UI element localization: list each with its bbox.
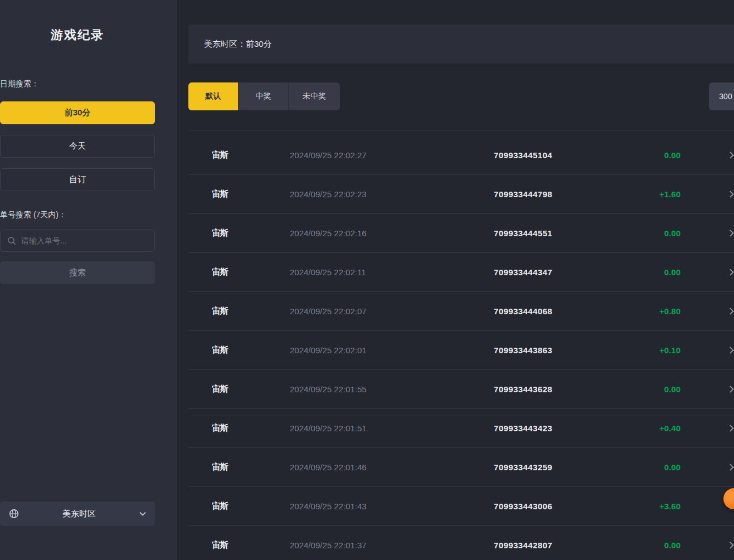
game-name: 宙斯	[212, 540, 290, 551]
record-row[interactable]: 宙斯 2024/09/25 22:02:11 709933444347 0.00	[188, 253, 734, 292]
order-search-label: 单号搜索 (7天内)：	[0, 210, 155, 220]
sidebar: 游戏纪录 日期搜索： 前30分 今天 自订 单号搜索 (7天内)： 搜索	[0, 0, 177, 560]
date-filter-last30min-button[interactable]: 前30分	[0, 101, 155, 124]
order-number: 709933443863	[446, 345, 600, 355]
record-time: 2024/09/25 22:01:37	[290, 540, 446, 550]
record-amount: 0.00	[600, 267, 701, 277]
chevron-right-icon	[728, 270, 733, 275]
record-row[interactable]: 宙斯 2024/09/25 22:01:55 709933443628 0.00	[188, 370, 734, 409]
timezone-selector[interactable]: 美东时区	[0, 501, 155, 526]
game-name: 宙斯	[212, 384, 290, 395]
game-name: 宙斯	[212, 501, 290, 512]
records-table: 宙斯 2024/09/25 22:02:27 709933445104 0.00…	[188, 130, 734, 560]
record-row[interactable]: 宙斯 2024/09/25 22:02:23 709933444798 +1.6…	[188, 175, 734, 214]
order-number: 709933443006	[446, 501, 600, 511]
record-amount: 0.00	[600, 228, 701, 238]
order-number: 709933442807	[446, 540, 600, 550]
record-time: 2024/09/25 22:02:23	[290, 189, 446, 199]
game-name: 宙斯	[212, 228, 290, 238]
order-number: 709933444068	[446, 306, 600, 316]
page-size-select[interactable]: 300	[709, 82, 734, 110]
chevron-right-icon	[728, 309, 733, 314]
search-icon	[7, 236, 16, 245]
order-number: 709933443628	[446, 384, 600, 394]
chevron-right-icon	[728, 465, 733, 470]
game-name: 宙斯	[212, 423, 290, 434]
order-number: 709933443423	[446, 423, 600, 433]
record-row[interactable]: 宙斯 2024/09/25 22:02:27 709933445104 0.00	[188, 136, 734, 175]
record-row[interactable]: 宙斯 2024/09/25 22:02:07 709933444068 +0.8…	[188, 292, 734, 331]
chevron-right-icon	[728, 153, 733, 158]
record-amount: 0.00	[600, 540, 701, 550]
record-time: 2024/09/25 22:02:01	[290, 345, 446, 355]
tab-no-win[interactable]: 未中奖	[289, 82, 340, 110]
date-search-label: 日期搜索：	[0, 79, 155, 89]
record-row[interactable]: 宙斯 2024/09/25 22:01:46 709933443259 0.00	[188, 448, 734, 487]
chevron-right-icon	[728, 231, 733, 236]
globe-icon	[9, 509, 19, 519]
record-time: 2024/09/25 22:02:27	[290, 150, 446, 160]
header-bar: 美东时区：前30分	[188, 25, 734, 64]
page-title: 游戏纪录	[0, 0, 155, 43]
chevron-right-icon	[728, 426, 733, 431]
chevron-right-icon	[728, 348, 733, 353]
game-name: 宙斯	[212, 150, 290, 160]
record-amount: +1.60	[600, 189, 701, 199]
record-row[interactable]: 宙斯 2024/09/25 22:02:16 709933444551 0.00	[188, 214, 734, 253]
record-time: 2024/09/25 22:02:07	[290, 306, 446, 316]
record-row[interactable]: 宙斯 2024/09/25 22:02:01 709933443863 +0.1…	[188, 331, 734, 370]
date-filter-custom-button[interactable]: 自订	[0, 168, 155, 191]
record-time: 2024/09/25 22:02:16	[290, 228, 446, 238]
timezone-label: 美东时区	[19, 509, 139, 519]
order-search-input[interactable]	[21, 236, 148, 245]
chevron-right-icon	[728, 387, 733, 392]
record-amount: +0.10	[600, 345, 701, 355]
record-row[interactable]: 宙斯 2024/09/25 22:01:37 709933442807 0.00	[188, 526, 734, 560]
order-number: 709933445104	[446, 150, 600, 160]
record-amount: 0.00	[600, 150, 701, 160]
record-time: 2024/09/25 22:02:11	[290, 267, 446, 277]
filter-tabs: 默认 中奖 未中奖	[188, 82, 340, 110]
record-amount: 0.00	[600, 384, 701, 394]
record-time: 2024/09/25 22:01:46	[290, 462, 446, 472]
search-button[interactable]: 搜索	[0, 261, 155, 284]
record-amount: +3.60	[600, 501, 701, 511]
record-amount: +0.80	[600, 306, 701, 316]
page-size-value: 300	[719, 92, 732, 101]
game-name: 宙斯	[212, 345, 290, 356]
order-number: 709933444798	[446, 189, 600, 199]
tab-win[interactable]: 中奖	[239, 82, 289, 110]
order-number: 709933444347	[446, 267, 600, 277]
chevron-right-icon	[728, 543, 733, 548]
order-number: 709933444551	[446, 228, 600, 238]
chevron-down-icon	[139, 512, 146, 516]
tab-default[interactable]: 默认	[188, 82, 239, 110]
game-name: 宙斯	[212, 462, 290, 473]
game-name: 宙斯	[212, 189, 290, 199]
record-row[interactable]: 宙斯 2024/09/25 22:01:51 709933443423 +0.4…	[188, 409, 734, 448]
record-time: 2024/09/25 22:01:43	[290, 501, 446, 511]
header-title: 美东时区：前30分	[204, 39, 272, 50]
game-name: 宙斯	[212, 306, 290, 316]
date-filter-today-button[interactable]: 今天	[0, 135, 155, 158]
record-time: 2024/09/25 22:01:51	[290, 423, 446, 433]
record-amount: +0.40	[600, 423, 701, 433]
order-search-box	[0, 230, 155, 252]
record-row[interactable]: 宙斯 2024/09/25 22:01:43 709933443006 +3.6…	[188, 487, 734, 526]
chevron-right-icon	[728, 192, 733, 197]
order-number: 709933443259	[446, 462, 600, 472]
main-content: 美东时区：前30分 默认 中奖 未中奖 300 宙斯 2024/09/25 22…	[177, 0, 734, 560]
record-amount: 0.00	[600, 462, 701, 472]
game-name: 宙斯	[212, 267, 290, 277]
record-time: 2024/09/25 22:01:55	[290, 384, 446, 394]
